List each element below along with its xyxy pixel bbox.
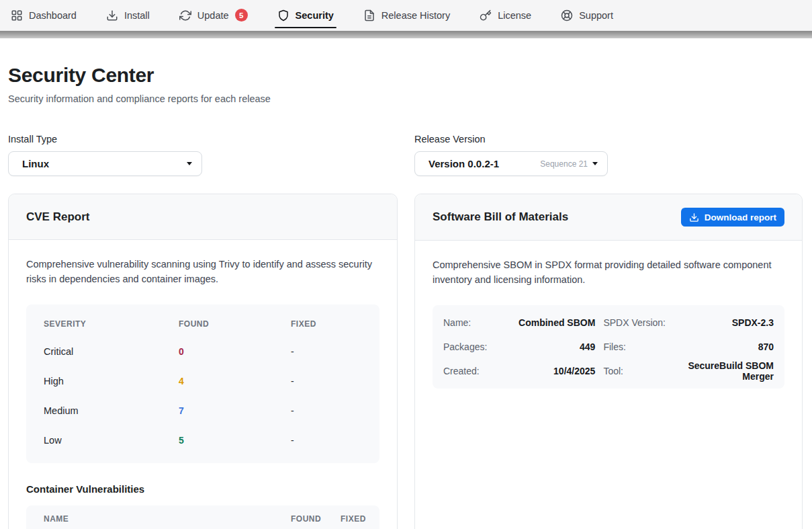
severity-label: Critical xyxy=(44,346,179,357)
dashboard-icon xyxy=(11,9,23,22)
cve-card-header: CVE Report xyxy=(9,194,397,240)
severity-label: Low xyxy=(44,435,179,446)
sbom-card-header: Software Bill of Materials Download repo… xyxy=(415,194,802,241)
sbom-info-value: Combined SBOM xyxy=(495,311,595,335)
fixed-count: - xyxy=(291,405,362,416)
cve-card-title: CVE Report xyxy=(26,210,89,224)
shield-icon xyxy=(277,9,289,22)
sbom-info-label: Packages: xyxy=(443,335,487,359)
chevron-down-icon xyxy=(187,162,192,165)
refresh-icon xyxy=(179,9,191,22)
top-navbar: Dashboard Install Update 5 Security Rele… xyxy=(0,0,812,31)
chevron-down-icon xyxy=(592,162,598,165)
tab-label: Release History xyxy=(381,10,450,21)
cards-row: CVE Report Comprehensive vulnerability s… xyxy=(8,194,803,529)
file-text-icon xyxy=(363,9,375,22)
cve-report-card: CVE Report Comprehensive vulnerability s… xyxy=(8,194,398,529)
tab-support[interactable]: Support xyxy=(561,0,613,30)
sbom-description: Comprehensive SBOM in SPDX format provid… xyxy=(433,258,784,288)
severity-table: SEVERITY FOUND FIXED Critical 0 - High 4… xyxy=(26,304,379,463)
tab-install[interactable]: Install xyxy=(106,0,150,30)
col-found: FOUND xyxy=(179,319,291,329)
sbom-card: Software Bill of Materials Download repo… xyxy=(414,194,803,529)
table-row: High 4 - xyxy=(44,366,362,396)
found-count: 4 xyxy=(179,376,291,386)
tab-label: Install xyxy=(124,10,150,21)
cve-card-body: Comprehensive vulnerability scanning usi… xyxy=(9,240,397,529)
col-fixed: FIXED xyxy=(291,319,362,329)
sequence-badge: Sequence 21 xyxy=(540,159,588,169)
sbom-info-value: 870 xyxy=(674,335,774,359)
table-row: Low 5 - xyxy=(44,425,362,455)
found-count: 7 xyxy=(179,405,291,416)
update-count-badge: 5 xyxy=(235,9,248,22)
install-type-label: Install Type xyxy=(8,134,398,145)
sbom-info-value: 10/4/2025 xyxy=(495,359,595,383)
severity-label: High xyxy=(44,376,179,386)
sbom-card-title: Software Bill of Materials xyxy=(433,210,568,224)
cve-description: Comprehensive vulnerability scanning usi… xyxy=(26,257,379,287)
sbom-info-grid: Name: Combined SBOM SPDX Version: SPDX-2… xyxy=(433,305,784,389)
download-report-button[interactable]: Download report xyxy=(681,208,784,227)
download-report-label: Download report xyxy=(705,212,776,222)
sbom-info-label: Files: xyxy=(603,335,666,359)
sbom-info-value: SPDX-2.3 xyxy=(674,311,774,335)
col-severity: SEVERITY xyxy=(44,319,179,329)
sbom-info-value: 449 xyxy=(495,335,595,359)
main-content: Security Center Security information and… xyxy=(0,38,812,529)
severity-table-header: SEVERITY FOUND FIXED xyxy=(44,311,362,337)
page-title: Security Center xyxy=(8,64,803,87)
tab-security[interactable]: Security xyxy=(277,0,334,30)
sbom-info-label: SPDX Version: xyxy=(603,311,666,335)
release-version-filter: Release Version Version 0.0.2-1 Sequence… xyxy=(414,134,803,176)
severity-label: Medium xyxy=(44,405,179,416)
fixed-count: - xyxy=(291,435,362,446)
release-version-label: Release Version xyxy=(414,134,803,145)
sbom-info-label: Name: xyxy=(443,311,487,335)
col-fixed: FIXED xyxy=(341,514,371,524)
table-row: Critical 0 - xyxy=(44,337,362,366)
page-subtitle: Security information and compliance repo… xyxy=(8,93,803,104)
sbom-card-body: Comprehensive SBOM in SPDX format provid… xyxy=(415,241,802,406)
tab-label: Support xyxy=(579,10,613,21)
tab-label: Security xyxy=(296,10,334,21)
tab-release-history[interactable]: Release History xyxy=(363,0,450,30)
filters-row: Install Type Linux Release Version Versi… xyxy=(8,134,803,176)
release-version-value: Version 0.0.2-1 xyxy=(428,158,499,169)
key-icon xyxy=(480,9,492,22)
sbom-info-label: Created: xyxy=(443,359,487,383)
life-buoy-icon xyxy=(561,9,573,22)
table-row: Medium 7 - xyxy=(44,396,362,425)
col-name: NAME xyxy=(44,514,291,524)
fixed-count: - xyxy=(291,376,362,386)
container-vulnerabilities-title: Container Vulnerabilities xyxy=(26,483,379,495)
install-type-select[interactable]: Linux xyxy=(8,151,202,176)
found-count: 5 xyxy=(179,435,291,446)
sbom-info-value: SecureBuild SBOM Merger xyxy=(674,359,774,383)
col-found: FOUND xyxy=(291,514,341,524)
tab-dashboard[interactable]: Dashboard xyxy=(11,0,77,30)
download-icon xyxy=(106,9,118,22)
tab-update[interactable]: Update 5 xyxy=(179,0,248,30)
fixed-count: - xyxy=(291,346,362,357)
tab-label: Dashboard xyxy=(29,10,77,21)
found-count: 0 xyxy=(179,346,291,357)
sbom-info-label: Tool: xyxy=(603,359,666,383)
install-type-value: Linux xyxy=(22,158,49,169)
tab-label: Update xyxy=(197,10,229,21)
release-version-select[interactable]: Version 0.0.2-1 Sequence 21 xyxy=(414,151,608,176)
install-type-filter: Install Type Linux xyxy=(8,134,398,176)
download-icon xyxy=(689,212,699,222)
tab-label: License xyxy=(498,10,531,21)
container-table-header: NAME FOUND FIXED xyxy=(26,505,379,529)
top-divider-bar xyxy=(0,31,812,38)
tab-license[interactable]: License xyxy=(480,0,531,30)
